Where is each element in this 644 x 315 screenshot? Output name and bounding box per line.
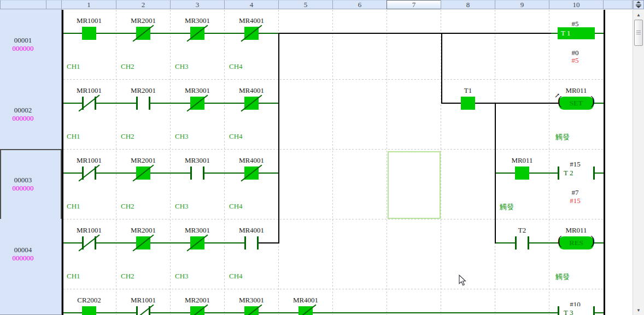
column-header-9[interactable]: 9 <box>495 0 549 9</box>
column-header-4[interactable]: 4 <box>224 0 279 9</box>
contact-mr2001[interactable] <box>136 167 150 180</box>
column-header-3[interactable]: 3 <box>170 0 225 9</box>
coil-note: 觸發 <box>555 132 570 142</box>
contact-mr1001[interactable] <box>82 27 96 40</box>
branch-wire <box>278 33 279 243</box>
contact-mr2001[interactable] <box>136 97 150 110</box>
column-header-7-selected[interactable]: 7 <box>387 0 441 9</box>
grid-line <box>63 149 604 150</box>
scroll-up-button[interactable]: ▲ <box>633 11 644 19</box>
contact-mr4001[interactable] <box>244 27 259 40</box>
contact-mr3001[interactable] <box>190 97 204 110</box>
grid-line <box>224 10 225 315</box>
wire <box>594 103 604 104</box>
rung-number-cell-4[interactable]: 00004 000000 <box>0 219 46 289</box>
contact-mr1001[interactable] <box>82 236 96 249</box>
column-header-8[interactable]: 8 <box>441 0 495 9</box>
contact-label: CR2002 <box>67 296 111 305</box>
coil-op: SET <box>570 99 583 108</box>
contact-label: MR1001 <box>67 16 111 25</box>
rung-id: 00002 <box>14 106 32 114</box>
contact-label: MR4001 <box>230 86 273 95</box>
timer-coil-t2[interactable]: T 2 <box>558 167 595 180</box>
grid-line <box>116 10 116 315</box>
contact-mr3001[interactable] <box>190 167 204 180</box>
channel-label: CH1 <box>67 202 80 211</box>
contact-label: MR4001 <box>230 16 273 25</box>
rung-number-cell-5[interactable] <box>0 289 46 315</box>
channel-label: CH4 <box>229 62 243 71</box>
scrollbar-thumb[interactable] <box>634 20 643 46</box>
rung-flag-cell-5[interactable] <box>46 289 62 315</box>
timer-coil-t3[interactable]: T 3 <box>558 306 595 315</box>
channel-label: CH3 <box>175 62 189 71</box>
coil-paren-left-icon: ( <box>558 94 562 108</box>
contact-t2[interactable] <box>515 236 529 249</box>
channel-label: CH1 <box>67 272 80 281</box>
channel-label: CH1 <box>67 62 80 71</box>
rung-number-cell-3[interactable]: 00003 000000 <box>0 149 46 219</box>
contact-mr1001[interactable] <box>82 167 96 180</box>
rung-id: 00004 <box>14 246 32 254</box>
set-coil-mr011[interactable]: ↗ ( SET ) <box>559 97 594 110</box>
contact-label: T2 <box>500 226 544 235</box>
contact-cr2002[interactable] <box>82 306 96 315</box>
wire <box>441 103 559 104</box>
contact-label: MR1001 <box>121 296 165 305</box>
contact-mr4001[interactable] <box>244 236 259 249</box>
timer-coil-t1[interactable]: T 1 <box>558 27 595 39</box>
rung-number-cell-2[interactable]: 00002 000000 <box>0 79 46 150</box>
contact-label: MR1001 <box>67 156 111 165</box>
contact-mr2001[interactable] <box>136 27 150 40</box>
contact-mr4001[interactable] <box>244 97 259 110</box>
contact-note: 觸發 <box>500 202 514 212</box>
timer-setpoint: #5 <box>561 56 589 65</box>
contact-mr3001[interactable] <box>190 27 204 40</box>
contact-mr2001[interactable] <box>136 236 150 249</box>
branch-wire <box>495 103 496 243</box>
channel-label: CH3 <box>175 272 189 281</box>
scroll-down-button[interactable]: ▼ <box>633 306 644 314</box>
thumb-grip-icon <box>636 31 641 35</box>
rung-number-cell-1[interactable]: 00001 000000 <box>0 9 46 80</box>
contact-mr2001[interactable] <box>190 306 204 315</box>
contact-mr3001[interactable] <box>244 306 259 315</box>
mouse-cursor <box>459 275 467 288</box>
contact-mr1001[interactable] <box>136 306 150 315</box>
channel-label: CH2 <box>121 272 134 281</box>
contact-label: MR1001 <box>67 226 111 235</box>
column-header-1[interactable]: 1 <box>61 0 116 9</box>
grid-line <box>170 10 171 315</box>
rung-flag-cell-3[interactable] <box>46 149 62 219</box>
column-header-2[interactable]: 2 <box>116 0 171 9</box>
left-power-rail <box>62 10 63 315</box>
rung-flag-cell-1[interactable] <box>46 9 62 80</box>
contact-mr4001[interactable] <box>244 167 259 180</box>
column-header-6[interactable]: 6 <box>332 0 387 9</box>
timer-setpoint: #15 <box>561 197 589 205</box>
contact-label: MR4001 <box>284 296 327 305</box>
timer-text: T 2 <box>564 169 573 177</box>
contact-label: MR2001 <box>121 16 165 25</box>
contact-mr1001[interactable] <box>82 97 96 110</box>
column-header-10[interactable]: 10 <box>549 0 604 9</box>
res-coil-mr011[interactable]: ( RES ) <box>559 236 594 249</box>
grid-line <box>63 219 604 219</box>
splitter-handle[interactable] <box>633 0 644 9</box>
column-header-5[interactable]: 5 <box>278 0 333 9</box>
contact-t1[interactable] <box>461 97 475 110</box>
timer-text: T 3 <box>564 308 573 315</box>
ladder-editor-window: 1 2 3 4 5 6 7 8 9 10 00001 000000 00002 … <box>0 0 644 315</box>
contact-mr4001[interactable] <box>298 306 313 315</box>
vertical-scrollbar[interactable]: ▲ ▼ <box>633 0 644 315</box>
rung-flag-cell-2[interactable] <box>46 79 62 150</box>
contact-mr011[interactable] <box>515 167 529 180</box>
rung-flag-cell-4[interactable] <box>46 219 62 289</box>
coil-note: 觸發 <box>555 272 570 282</box>
contact-mr3001[interactable] <box>190 236 204 249</box>
right-power-rail <box>604 10 605 315</box>
timer-current: #7 <box>561 188 589 197</box>
channel-label: CH3 <box>175 132 189 141</box>
rung-step: 000000 <box>13 254 34 262</box>
channel-label: CH2 <box>121 132 134 141</box>
